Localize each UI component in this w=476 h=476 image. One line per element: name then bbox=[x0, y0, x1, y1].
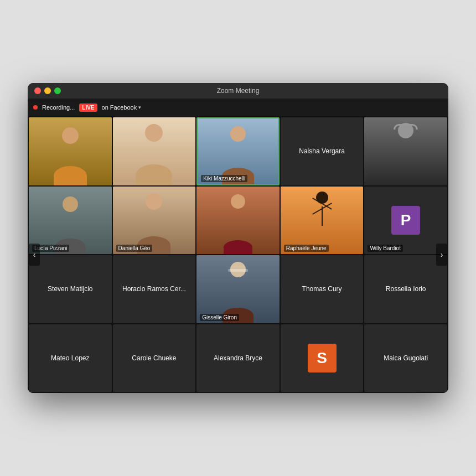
alexandra-name: Alexandra Bryce bbox=[209, 350, 267, 366]
video-cell-steven: Steven Matijcio bbox=[29, 255, 112, 323]
close-button[interactable] bbox=[34, 87, 41, 94]
kiki-label: Kiki Mazzucchelli bbox=[201, 175, 247, 182]
rossella-name: Rossella Iorio bbox=[381, 281, 431, 297]
thomas-name: Thomas Cury bbox=[298, 281, 346, 297]
chevron-down-icon[interactable]: ▾ bbox=[138, 105, 141, 110]
video-cell-p8 bbox=[196, 187, 280, 255]
willy-label: Willy Bardiot bbox=[368, 245, 403, 252]
facebook-label: on Facebook ▾ bbox=[102, 104, 142, 111]
recording-label: Recording... bbox=[42, 104, 75, 111]
minimize-button[interactable] bbox=[44, 87, 51, 94]
video-cell-s: S bbox=[281, 324, 364, 392]
video-cell-raphael: Raphaële Jeune bbox=[281, 187, 364, 255]
video-cell-carole: Carole Chueke bbox=[113, 324, 196, 392]
mac-window: Zoom Meeting Recording... LIVE on Facebo… bbox=[28, 83, 448, 393]
zoom-body: Recording... LIVE on Facebook ▾ ‹ bbox=[28, 99, 448, 393]
daniella-label: Daniella Géo bbox=[116, 245, 153, 252]
video-cell-mateo: Mateo Lopez bbox=[29, 324, 112, 392]
gisselle-label: Gisselle Giron bbox=[200, 314, 239, 321]
carole-name: Carole Chueke bbox=[127, 350, 180, 366]
steven-name: Steven Matijcio bbox=[43, 281, 97, 297]
video-cell-kiki: Kiki Mazzucchelli bbox=[196, 117, 280, 185]
prev-page-button[interactable]: ‹ bbox=[29, 244, 40, 266]
recording-dot-icon bbox=[33, 105, 38, 110]
horacio-name: Horacio Ramos Cer... bbox=[118, 281, 190, 297]
video-cell-lucia bbox=[29, 117, 112, 185]
title-bar: Zoom Meeting bbox=[28, 83, 448, 99]
video-cell-p5 bbox=[364, 117, 447, 185]
naisha-name: Naisha Vergara bbox=[294, 143, 349, 159]
video-cell-maica: Maica Gugolati bbox=[364, 324, 447, 392]
mateo-name: Mateo Lopez bbox=[46, 350, 94, 366]
next-page-button[interactable]: › bbox=[436, 244, 447, 266]
video-cell-rossella: Rossella Iorio bbox=[364, 255, 447, 323]
maica-name: Maica Gugolati bbox=[379, 350, 432, 366]
video-cell-willy: P Willy Bardiot bbox=[364, 187, 447, 255]
video-grid: Kiki Mazzucchelli Naisha Vergara bbox=[28, 116, 448, 393]
raphael-label: Raphaële Jeune bbox=[284, 245, 329, 252]
live-badge: LIVE bbox=[79, 104, 97, 112]
video-cell-lucia2: Lucía Pizzani bbox=[29, 187, 112, 255]
window-title: Zoom Meeting bbox=[217, 87, 260, 95]
willy-avatar: P bbox=[391, 206, 420, 235]
video-grid-container: ‹ Kiki Mazzucch bbox=[28, 116, 448, 393]
video-cell-horacio: Horacio Ramos Cer... bbox=[113, 255, 196, 323]
maximize-button[interactable] bbox=[54, 87, 61, 94]
s-avatar: S bbox=[308, 344, 337, 372]
video-cell-p2 bbox=[113, 117, 196, 185]
video-cell-gisselle: Gisselle Giron bbox=[196, 255, 280, 323]
video-cell-naisha: Naisha Vergara bbox=[281, 117, 364, 185]
video-cell-thomas: Thomas Cury bbox=[281, 255, 364, 323]
top-bar: Recording... LIVE on Facebook ▾ bbox=[28, 99, 448, 116]
video-cell-alexandra: Alexandra Bryce bbox=[196, 324, 280, 392]
video-cell-daniella: Daniella Géo bbox=[113, 187, 196, 255]
traffic-lights bbox=[34, 87, 61, 94]
